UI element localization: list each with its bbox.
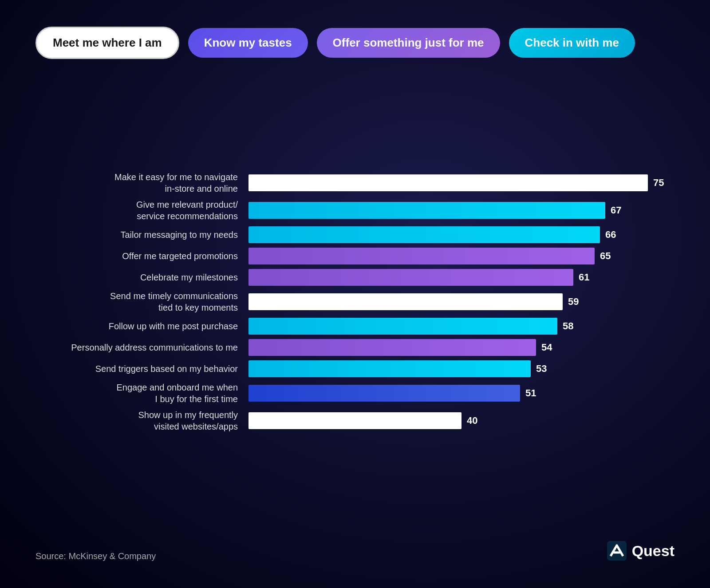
bar-container: 51 bbox=[248, 385, 674, 402]
bar-container: 59 bbox=[248, 293, 674, 310]
bar-container: 67 bbox=[248, 202, 674, 219]
bar bbox=[248, 269, 573, 286]
bar-label: Send triggers based on my behavior bbox=[36, 363, 248, 375]
chart-area: Make it easy for me to navigatein-store … bbox=[36, 86, 674, 522]
bar-container: 40 bbox=[248, 412, 674, 429]
main-container: Meet me where I amKnow my tastesOffer so… bbox=[0, 0, 710, 588]
bar-value: 58 bbox=[563, 320, 573, 332]
bar-label: Give me relevant product/service recomme… bbox=[36, 199, 248, 222]
bar bbox=[248, 293, 563, 310]
bar-container: 66 bbox=[248, 226, 674, 243]
bar bbox=[248, 202, 605, 219]
bar-container: 61 bbox=[248, 269, 674, 286]
chart-row: Celebrate my milestones61 bbox=[36, 269, 674, 286]
bar-label: Make it easy for me to navigatein-store … bbox=[36, 171, 248, 194]
footer: Source: McKinsey & Company Quest bbox=[36, 540, 674, 561]
bar-value: 53 bbox=[536, 363, 547, 375]
chart-row: Send triggers based on my behavior53 bbox=[36, 360, 674, 377]
bar bbox=[248, 385, 520, 402]
bar-label: Offer me targeted promotions bbox=[36, 250, 248, 262]
chart-row: Engage and onboard me whenI buy for the … bbox=[36, 382, 674, 405]
bar bbox=[248, 174, 648, 191]
bar-container: 58 bbox=[248, 318, 674, 335]
bar-value: 40 bbox=[467, 415, 477, 426]
bar-label: Tailor messaging to my needs bbox=[36, 229, 248, 241]
category-buttons: Meet me where I amKnow my tastesOffer so… bbox=[36, 27, 674, 59]
bar bbox=[248, 226, 600, 243]
bar-label: Personally address communications to me bbox=[36, 342, 248, 353]
bar-value: 65 bbox=[600, 250, 611, 262]
source-text: Source: McKinsey & Company bbox=[36, 551, 156, 561]
chart-row: Make it easy for me to navigatein-store … bbox=[36, 171, 674, 194]
bar-label: Engage and onboard me whenI buy for the … bbox=[36, 382, 248, 405]
bar-value: 51 bbox=[525, 387, 536, 399]
bar bbox=[248, 318, 557, 335]
bar-value: 61 bbox=[579, 272, 589, 283]
chart-row: Send me timely communicationstied to key… bbox=[36, 290, 674, 313]
chart-row: Offer me targeted promotions65 bbox=[36, 248, 674, 264]
bar bbox=[248, 412, 462, 429]
bar-container: 65 bbox=[248, 248, 674, 264]
bar-container: 75 bbox=[248, 174, 674, 191]
quest-logo-icon bbox=[606, 540, 627, 561]
bar-label: Follow up with me post purchase bbox=[36, 320, 248, 332]
bar-value: 67 bbox=[611, 205, 621, 216]
chart-row: Personally address communications to me5… bbox=[36, 339, 674, 356]
bar-label: Show up in my frequentlyvisited websites… bbox=[36, 409, 248, 432]
category-button-cat-meet[interactable]: Meet me where I am bbox=[36, 27, 179, 59]
quest-logo-text: Quest bbox=[632, 542, 674, 560]
bar bbox=[248, 248, 595, 264]
bar-value: 66 bbox=[605, 229, 616, 241]
category-button-cat-offer[interactable]: Offer something just for me bbox=[317, 28, 500, 58]
category-button-cat-know[interactable]: Know my tastes bbox=[188, 28, 308, 58]
quest-logo: Quest bbox=[606, 540, 674, 561]
bar-container: 54 bbox=[248, 339, 674, 356]
bar-value: 54 bbox=[541, 342, 552, 353]
bar-value: 75 bbox=[653, 177, 664, 189]
svg-rect-0 bbox=[607, 541, 627, 560]
chart-row: Give me relevant product/service recomme… bbox=[36, 199, 674, 222]
chart-row: Show up in my frequentlyvisited websites… bbox=[36, 409, 674, 432]
category-button-cat-check[interactable]: Check in with me bbox=[509, 28, 635, 58]
bar bbox=[248, 339, 536, 356]
bar-container: 53 bbox=[248, 360, 674, 377]
bar-label: Celebrate my milestones bbox=[36, 272, 248, 283]
bar bbox=[248, 360, 531, 377]
chart-row: Tailor messaging to my needs66 bbox=[36, 226, 674, 243]
bar-value: 59 bbox=[568, 296, 579, 308]
chart-row: Follow up with me post purchase58 bbox=[36, 318, 674, 335]
bar-label: Send me timely communicationstied to key… bbox=[36, 290, 248, 313]
